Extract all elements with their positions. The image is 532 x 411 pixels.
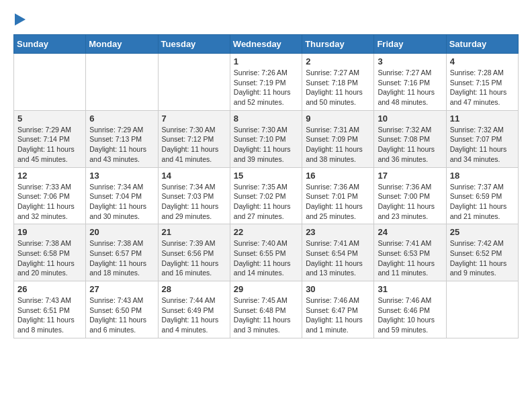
day-number: 11 — [450, 113, 515, 124]
day-info: Sunrise: 7:38 AM Sunset: 6:57 PM Dayligh… — [89, 238, 154, 278]
day-number: 31 — [378, 284, 442, 294]
day-number: 22 — [234, 227, 298, 237]
calendar-cell: 12Sunrise: 7:33 AM Sunset: 7:06 PM Dayli… — [14, 167, 86, 224]
calendar-cell: 16Sunrise: 7:36 AM Sunset: 7:01 PM Dayli… — [302, 167, 374, 224]
day-info: Sunrise: 7:36 AM Sunset: 7:00 PM Dayligh… — [378, 182, 442, 222]
day-info: Sunrise: 7:34 AM Sunset: 7:03 PM Dayligh… — [162, 182, 226, 222]
calendar-cell: 4Sunrise: 7:28 AM Sunset: 7:15 PM Daylig… — [446, 54, 518, 111]
calendar-cell: 29Sunrise: 7:45 AM Sunset: 6:48 PM Dayli… — [230, 281, 302, 338]
calendar-week-row: 12Sunrise: 7:33 AM Sunset: 7:06 PM Dayli… — [14, 167, 519, 224]
day-info: Sunrise: 7:36 AM Sunset: 7:01 PM Dayligh… — [306, 182, 370, 222]
day-number: 24 — [378, 227, 442, 237]
calendar-cell: 11Sunrise: 7:32 AM Sunset: 7:07 PM Dayli… — [446, 110, 518, 167]
calendar-cell: 3Sunrise: 7:27 AM Sunset: 7:16 PM Daylig… — [374, 54, 446, 111]
day-of-week-header: Wednesday — [230, 35, 302, 54]
calendar-cell: 9Sunrise: 7:31 AM Sunset: 7:09 PM Daylig… — [302, 110, 374, 167]
day-number: 16 — [306, 171, 370, 181]
calendar-cell: 13Sunrise: 7:34 AM Sunset: 7:04 PM Dayli… — [86, 167, 158, 224]
day-number: 23 — [306, 227, 370, 237]
day-number: 7 — [162, 113, 226, 124]
day-info: Sunrise: 7:35 AM Sunset: 7:02 PM Dayligh… — [234, 182, 298, 222]
day-info: Sunrise: 7:34 AM Sunset: 7:04 PM Dayligh… — [89, 182, 154, 222]
day-number: 8 — [234, 113, 298, 124]
day-number: 27 — [89, 284, 154, 294]
calendar-cell: 23Sunrise: 7:41 AM Sunset: 6:54 PM Dayli… — [302, 224, 374, 281]
day-info: Sunrise: 7:43 AM Sunset: 6:51 PM Dayligh… — [17, 295, 82, 335]
day-number: 18 — [450, 171, 515, 181]
calendar-cell: 24Sunrise: 7:41 AM Sunset: 6:53 PM Dayli… — [374, 224, 446, 281]
day-number: 25 — [450, 227, 515, 237]
day-info: Sunrise: 7:45 AM Sunset: 6:48 PM Dayligh… — [234, 295, 298, 335]
calendar-table: SundayMondayTuesdayWednesdayThursdayFrid… — [13, 34, 519, 338]
day-number: 26 — [17, 284, 82, 294]
calendar-cell: 25Sunrise: 7:42 AM Sunset: 6:52 PM Dayli… — [446, 224, 518, 281]
day-of-week-header: Friday — [374, 35, 446, 54]
day-info: Sunrise: 7:46 AM Sunset: 6:46 PM Dayligh… — [378, 295, 442, 335]
day-of-week-header: Tuesday — [158, 35, 230, 54]
calendar-cell — [446, 281, 518, 338]
day-info: Sunrise: 7:44 AM Sunset: 6:49 PM Dayligh… — [162, 295, 226, 335]
day-number: 12 — [17, 171, 82, 181]
calendar-cell — [158, 54, 230, 111]
day-of-week-header: Sunday — [14, 35, 86, 54]
day-number: 3 — [378, 56, 442, 66]
day-number: 17 — [378, 171, 442, 181]
calendar-cell: 10Sunrise: 7:32 AM Sunset: 7:08 PM Dayli… — [374, 110, 446, 167]
day-number: 2 — [306, 56, 370, 66]
day-number: 21 — [162, 227, 226, 237]
calendar-cell — [14, 54, 86, 111]
day-info: Sunrise: 7:43 AM Sunset: 6:50 PM Dayligh… — [89, 295, 154, 335]
day-info: Sunrise: 7:40 AM Sunset: 6:55 PM Dayligh… — [234, 238, 298, 278]
day-info: Sunrise: 7:27 AM Sunset: 7:16 PM Dayligh… — [378, 68, 442, 107]
day-info: Sunrise: 7:28 AM Sunset: 7:15 PM Dayligh… — [450, 68, 515, 107]
calendar-cell: 22Sunrise: 7:40 AM Sunset: 6:55 PM Dayli… — [230, 224, 302, 281]
calendar-cell: 15Sunrise: 7:35 AM Sunset: 7:02 PM Dayli… — [230, 167, 302, 224]
day-number: 20 — [89, 227, 154, 237]
day-number: 28 — [162, 284, 226, 294]
day-number: 10 — [378, 113, 442, 124]
day-number: 19 — [17, 227, 82, 237]
page-header — [13, 13, 519, 24]
calendar-cell: 28Sunrise: 7:44 AM Sunset: 6:49 PM Dayli… — [158, 281, 230, 338]
calendar-cell: 30Sunrise: 7:46 AM Sunset: 6:47 PM Dayli… — [302, 281, 374, 338]
day-info: Sunrise: 7:31 AM Sunset: 7:09 PM Dayligh… — [306, 125, 370, 165]
calendar-cell: 8Sunrise: 7:30 AM Sunset: 7:10 PM Daylig… — [230, 110, 302, 167]
calendar-cell: 19Sunrise: 7:38 AM Sunset: 6:58 PM Dayli… — [14, 224, 86, 281]
day-info: Sunrise: 7:33 AM Sunset: 7:06 PM Dayligh… — [17, 182, 82, 222]
day-number: 14 — [162, 171, 226, 181]
calendar-cell: 27Sunrise: 7:43 AM Sunset: 6:50 PM Dayli… — [86, 281, 158, 338]
calendar-week-row: 1Sunrise: 7:26 AM Sunset: 7:19 PM Daylig… — [14, 54, 519, 111]
day-info: Sunrise: 7:39 AM Sunset: 6:56 PM Dayligh… — [162, 238, 226, 278]
day-info: Sunrise: 7:30 AM Sunset: 7:12 PM Dayligh… — [162, 125, 226, 165]
day-number: 30 — [306, 284, 370, 294]
calendar-cell: 26Sunrise: 7:43 AM Sunset: 6:51 PM Dayli… — [14, 281, 86, 338]
day-info: Sunrise: 7:38 AM Sunset: 6:58 PM Dayligh… — [17, 238, 82, 278]
day-info: Sunrise: 7:27 AM Sunset: 7:18 PM Dayligh… — [306, 68, 370, 107]
day-info: Sunrise: 7:41 AM Sunset: 6:54 PM Dayligh… — [306, 238, 370, 278]
calendar-week-row: 5Sunrise: 7:29 AM Sunset: 7:14 PM Daylig… — [14, 110, 519, 167]
day-number: 6 — [89, 113, 154, 124]
day-number: 29 — [234, 284, 298, 294]
day-number: 1 — [234, 56, 298, 66]
calendar-cell: 7Sunrise: 7:30 AM Sunset: 7:12 PM Daylig… — [158, 110, 230, 167]
day-of-week-header: Thursday — [302, 35, 374, 54]
day-info: Sunrise: 7:26 AM Sunset: 7:19 PM Dayligh… — [234, 68, 298, 107]
calendar-week-row: 26Sunrise: 7:43 AM Sunset: 6:51 PM Dayli… — [14, 281, 519, 338]
day-number: 4 — [450, 56, 515, 66]
day-number: 15 — [234, 171, 298, 181]
day-info: Sunrise: 7:29 AM Sunset: 7:13 PM Dayligh… — [89, 125, 154, 165]
day-info: Sunrise: 7:42 AM Sunset: 6:52 PM Dayligh… — [450, 238, 515, 278]
day-number: 9 — [306, 113, 370, 124]
calendar-cell: 20Sunrise: 7:38 AM Sunset: 6:57 PM Dayli… — [86, 224, 158, 281]
day-info: Sunrise: 7:37 AM Sunset: 6:59 PM Dayligh… — [450, 182, 515, 222]
day-number: 13 — [89, 171, 154, 181]
calendar-cell — [86, 54, 158, 111]
day-number: 5 — [17, 113, 82, 124]
calendar-cell: 2Sunrise: 7:27 AM Sunset: 7:18 PM Daylig… — [302, 54, 374, 111]
logo-arrow-icon — [15, 13, 26, 26]
calendar-cell: 21Sunrise: 7:39 AM Sunset: 6:56 PM Dayli… — [158, 224, 230, 281]
day-info: Sunrise: 7:29 AM Sunset: 7:14 PM Dayligh… — [17, 125, 82, 165]
day-info: Sunrise: 7:41 AM Sunset: 6:53 PM Dayligh… — [378, 238, 442, 278]
calendar-cell: 1Sunrise: 7:26 AM Sunset: 7:19 PM Daylig… — [230, 54, 302, 111]
calendar-cell: 31Sunrise: 7:46 AM Sunset: 6:46 PM Dayli… — [374, 281, 446, 338]
